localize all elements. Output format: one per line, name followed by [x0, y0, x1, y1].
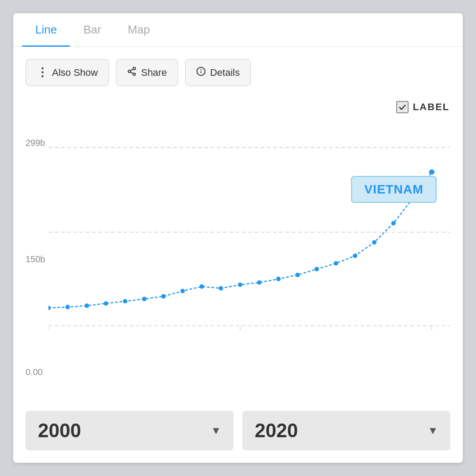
svg-point-28 — [315, 267, 319, 271]
chevron-down-icon: ▼ — [211, 424, 221, 437]
svg-point-23 — [219, 286, 223, 290]
svg-point-34 — [429, 169, 434, 175]
svg-point-2 — [133, 73, 136, 75]
svg-point-25 — [257, 280, 261, 285]
svg-point-15 — [65, 305, 70, 309]
svg-point-26 — [276, 277, 281, 281]
also-show-button[interactable]: ⋮ Also Show — [26, 59, 109, 86]
svg-point-31 — [372, 240, 376, 245]
svg-point-1 — [128, 70, 131, 73]
svg-point-32 — [391, 221, 396, 225]
svg-point-27 — [295, 273, 300, 277]
end-year-selector[interactable]: 2020 ▼ — [242, 411, 450, 450]
line-chart: VIETNAM — [48, 95, 450, 365]
svg-point-14 — [48, 306, 51, 310]
start-year-selector[interactable]: 2000 ▼ — [26, 411, 234, 450]
tab-map[interactable]: Map — [115, 13, 164, 46]
svg-point-21 — [180, 289, 185, 293]
svg-point-30 — [353, 253, 357, 258]
tab-bar: Line Bar Map — [13, 13, 463, 47]
svg-point-20 — [161, 294, 166, 298]
svg-point-22 — [200, 284, 204, 289]
svg-point-29 — [334, 261, 338, 265]
share-icon — [127, 67, 137, 79]
details-button[interactable]: Details — [185, 59, 251, 86]
svg-line-3 — [130, 72, 133, 74]
svg-point-24 — [238, 283, 242, 287]
svg-point-17 — [104, 301, 108, 305]
tab-line[interactable]: Line — [22, 13, 70, 46]
svg-text:VIETNAM: VIETNAM — [364, 182, 423, 196]
y-label-0: 0.00 — [26, 367, 43, 377]
chart-area: 299b 150b 0.00 LABEL — [13, 95, 463, 402]
svg-point-16 — [85, 304, 89, 308]
svg-point-19 — [142, 297, 146, 301]
tab-bar-chart[interactable]: Bar — [70, 13, 114, 46]
main-card: Line Bar Map ⋮ Also Show Share — [13, 13, 463, 463]
y-label-299b: 299b — [26, 138, 45, 148]
y-label-150b: 150b — [26, 254, 45, 264]
chevron-down-icon: ▼ — [428, 424, 438, 437]
svg-line-4 — [130, 69, 133, 71]
selectors: 2000 ▼ 2020 ▼ — [13, 402, 463, 463]
svg-point-0 — [133, 67, 136, 70]
info-icon — [196, 67, 206, 79]
svg-point-18 — [123, 299, 127, 303]
toolbar: ⋮ Also Show Share Details — [13, 47, 463, 95]
share-button[interactable]: Share — [116, 59, 178, 86]
also-show-icon: ⋮ — [37, 66, 48, 79]
